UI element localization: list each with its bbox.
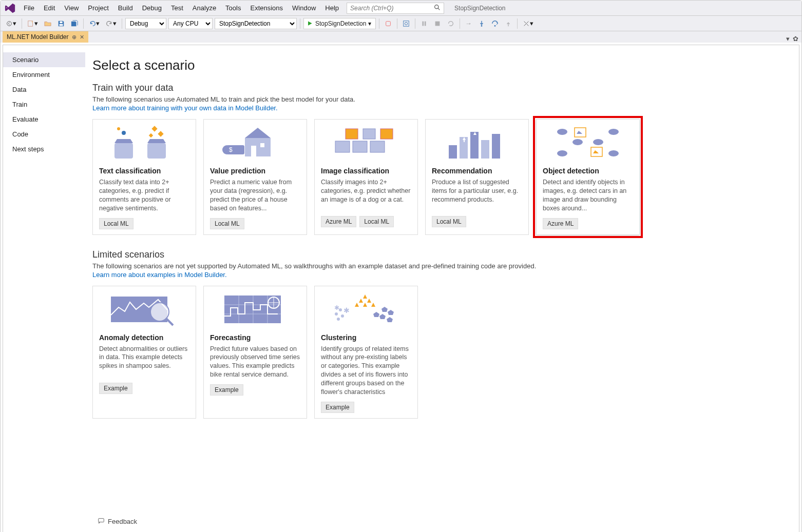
step-into-icon[interactable]	[475, 18, 488, 29]
svg-marker-62	[363, 303, 367, 307]
svg-rect-33	[380, 129, 393, 139]
card-title: Text classification	[93, 167, 196, 178]
svg-point-13	[494, 25, 495, 27]
tab-options-icon[interactable]: ✿	[793, 35, 798, 43]
undo-icon[interactable]: ▾	[86, 18, 102, 29]
wizard-sidebar: Scenario Environment Data Train Evaluate…	[3, 45, 85, 532]
scenario-card[interactable]: Text classification Classify text data i…	[92, 119, 196, 235]
document-tab-model-builder[interactable]: ML.NET Model Builder ⊕ ✕	[3, 31, 88, 43]
svg-marker-75	[373, 312, 379, 317]
scenario-card[interactable]: Recommendation Produce a list of suggest…	[425, 119, 529, 235]
platform-select[interactable]: Any CPU	[168, 18, 213, 29]
learn-more-train-link[interactable]: Learn more about training with your own …	[92, 104, 278, 112]
scenario-tag: Example	[99, 383, 132, 394]
separator	[22, 18, 22, 29]
save-all-icon[interactable]	[68, 18, 81, 29]
tab-overflow-icon[interactable]: ▾	[786, 35, 790, 43]
card-tags: Local ML	[426, 211, 528, 227]
sidebar-item-code[interactable]: Code	[3, 127, 85, 142]
restart-icon[interactable]	[445, 18, 457, 29]
start-debugging-button[interactable]: StopSignDetection ▾	[303, 18, 376, 29]
separator	[415, 18, 415, 29]
section-heading-limited: Limited scenarios	[92, 249, 778, 260]
svg-marker-63	[355, 303, 359, 307]
menu-build[interactable]: Build	[113, 2, 138, 14]
svg-marker-64	[371, 303, 375, 307]
redo-icon[interactable]: ▾	[103, 18, 119, 29]
pin-tab-icon[interactable]: ⊕	[72, 34, 77, 41]
card-title: Recommendation	[426, 167, 528, 178]
quick-launch-search[interactable]	[347, 3, 444, 14]
learn-more-limited-link[interactable]: Learn more about examples in Model Build…	[92, 271, 227, 279]
svg-marker-22	[245, 128, 271, 138]
feedback-icon	[98, 517, 105, 526]
scenario-card[interactable]: ✱✱ Clustering Identify groups of related…	[314, 286, 418, 419]
save-icon[interactable]	[55, 18, 67, 29]
menu-view[interactable]: View	[60, 2, 83, 14]
toolbar: ▾ ▾ ▾ ▾ Debug Any CPU StopSignDetection …	[1, 16, 801, 31]
card-tags: Local ML	[93, 213, 196, 229]
scenario-card[interactable]: Anomaly detection Detect abnormalities o…	[92, 286, 196, 419]
document-tabstrip: ML.NET Model Builder ⊕ ✕ ▾ ✿	[1, 31, 801, 43]
menu-help[interactable]: Help	[320, 2, 343, 14]
svg-line-1	[438, 8, 440, 10]
card-description: Detect abnormalities or outliers in data…	[93, 345, 196, 378]
svg-point-17	[117, 127, 120, 130]
menu-analyze[interactable]: Analyze	[188, 2, 221, 14]
startup-project-select[interactable]: StopSignDetection	[215, 18, 297, 29]
configuration-select[interactable]: Debug	[125, 18, 166, 29]
separator	[300, 18, 300, 29]
search-input[interactable]	[350, 5, 434, 12]
card-description: Classify text data into 2+ categories, e…	[93, 178, 196, 213]
scenario-card[interactable]: Object detection Detect and identify obj…	[536, 119, 640, 235]
menu-debug[interactable]: Debug	[138, 2, 166, 14]
sidebar-item-environment[interactable]: Environment	[3, 67, 85, 82]
svg-rect-19	[158, 131, 163, 136]
scenario-card[interactable]: Image classification Classify images int…	[314, 119, 418, 235]
svg-rect-20	[149, 133, 153, 137]
svg-point-2	[7, 21, 12, 26]
sidebar-item-scenario[interactable]: Scenario	[3, 52, 85, 67]
back-dropdown-icon[interactable]: ▾	[3, 18, 19, 29]
menu-extensions[interactable]: Extensions	[245, 2, 288, 14]
scenario-tag: Azure ML	[321, 216, 356, 227]
menu-project[interactable]: Project	[83, 2, 113, 14]
svg-rect-30	[370, 141, 385, 152]
search-icon	[434, 4, 441, 12]
menu-test[interactable]: Test	[166, 2, 188, 14]
attach-icon[interactable]	[382, 18, 394, 29]
start-button-label: StopSignDetection	[315, 20, 366, 27]
sidebar-item-train[interactable]: Train	[3, 97, 85, 112]
card-illustration-icon	[315, 120, 417, 167]
sidebar-item-next-steps[interactable]: Next steps	[3, 142, 85, 156]
card-illustration-icon: $	[204, 120, 307, 167]
feedback-link[interactable]: Feedback	[98, 517, 137, 526]
card-tags: Example	[93, 378, 196, 394]
open-file-icon[interactable]	[42, 18, 54, 29]
svg-marker-61	[367, 299, 371, 303]
sidebar-item-evaluate[interactable]: Evaluate	[3, 112, 85, 127]
scenario-tag: Example	[210, 384, 243, 396]
menu-file[interactable]: File	[19, 2, 39, 14]
step-out-icon[interactable]	[502, 18, 514, 29]
close-tab-icon[interactable]: ✕	[80, 34, 84, 41]
card-tags: Local ML	[204, 213, 307, 229]
menu-tools[interactable]: Tools	[221, 2, 245, 14]
menu-window[interactable]: Window	[288, 2, 320, 14]
stop-icon[interactable]	[431, 18, 444, 29]
svg-point-0	[435, 5, 438, 8]
sidebar-item-data[interactable]: Data	[3, 82, 85, 97]
browse-icon[interactable]	[400, 18, 412, 29]
new-item-icon[interactable]: ▾	[25, 18, 41, 29]
card-description: Predict future values based on previousl…	[204, 345, 307, 380]
step-over-icon[interactable]	[489, 18, 501, 29]
step-next-icon[interactable]: →	[463, 18, 474, 29]
pause-icon[interactable]	[418, 18, 430, 29]
scenario-card[interactable]: $ Value prediction Predict a numeric val…	[203, 119, 307, 235]
scenario-tag: Local ML	[432, 216, 466, 227]
scenario-card[interactable]: Forecasting Predict future values based …	[203, 286, 307, 419]
scenario-cards-main: Text classification Classify text data i…	[92, 119, 778, 235]
svg-point-41	[557, 150, 567, 156]
hot-reload-icon[interactable]: ▾	[520, 18, 536, 29]
menu-edit[interactable]: Edit	[39, 2, 60, 14]
